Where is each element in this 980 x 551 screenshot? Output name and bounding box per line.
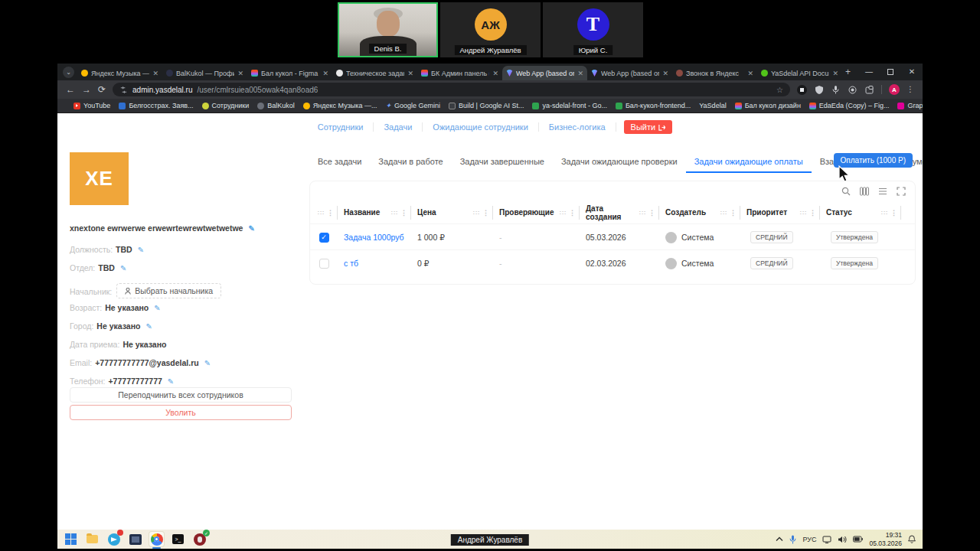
- nav-business-logic[interactable]: Бизнес-логика: [539, 122, 616, 132]
- address-bar[interactable]: admin.yasdelal.ru/user/cmlrsuiea005owak4…: [113, 83, 790, 96]
- clock[interactable]: 19:3105.03.2026: [869, 531, 902, 546]
- battery-icon[interactable]: [853, 536, 863, 543]
- bookmark[interactable]: Бал кукол дизайн: [735, 102, 801, 109]
- row-checkbox[interactable]: [319, 259, 329, 269]
- column-menu-icon[interactable]: ⋮: [648, 209, 655, 217]
- file-explorer-icon[interactable]: [85, 532, 100, 546]
- telegram-icon[interactable]: [106, 532, 121, 546]
- tab-group-icon[interactable]: [864, 85, 874, 95]
- bookmark-star-icon[interactable]: ☆: [776, 86, 783, 94]
- tray-chevron-icon[interactable]: [776, 536, 783, 542]
- table-row[interactable]: ✓ Задача 1000руб 1 000 ₽ - 05.03.2026 Си…: [310, 224, 915, 250]
- bookmark[interactable]: YaSdelal: [699, 102, 726, 109]
- tab-awaiting-review[interactable]: Задачи ожидающие проверки: [553, 157, 686, 173]
- edit-phone-icon[interactable]: ✎: [168, 377, 174, 386]
- drag-handle-icon[interactable]: :::: [318, 209, 325, 216]
- bookmark[interactable]: Яндекс Музыка —...: [303, 102, 377, 109]
- bookmark[interactable]: Бал-кукол-frontend...: [616, 102, 691, 109]
- shield-extension-icon[interactable]: [814, 85, 824, 95]
- drag-handle-icon[interactable]: :::: [720, 209, 728, 216]
- tray-mic-icon[interactable]: [789, 535, 796, 544]
- drag-handle-icon[interactable]: :::: [639, 209, 647, 216]
- column-menu-icon[interactable]: ⋮: [482, 209, 489, 217]
- browser-tab[interactable]: БК Админ панель (п✕: [417, 66, 502, 80]
- column-menu-icon[interactable]: ⋮: [890, 209, 897, 217]
- fire-button[interactable]: Уволить: [70, 405, 292, 420]
- tab-close-icon[interactable]: ✕: [322, 70, 328, 77]
- drag-handle-icon[interactable]: :::: [391, 209, 399, 216]
- browser-profile-avatar[interactable]: A: [889, 84, 900, 95]
- column-header[interactable]: Название:::⋮: [338, 206, 411, 220]
- column-header[interactable]: Статус:::⋮: [820, 206, 901, 220]
- select-manager-button[interactable]: Выбрать начальника: [116, 283, 221, 298]
- edit-name-icon[interactable]: ✎: [248, 224, 254, 233]
- edit-email-icon[interactable]: ✎: [204, 359, 211, 367]
- red-app-icon[interactable]: ✓: [192, 532, 207, 546]
- table-row[interactable]: с тб 0 ₽ - 02.03.2026 Система СРЕДНИЙ Ут…: [310, 250, 915, 276]
- bookmark[interactable]: Белгосстрах. Заяв...: [119, 102, 193, 109]
- bookmark[interactable]: EdaEda (Copy) – Fig...: [809, 102, 890, 109]
- photos-app-icon[interactable]: [128, 532, 142, 546]
- tab-in-progress[interactable]: Задачи в работе: [370, 157, 451, 173]
- drag-handle-icon[interactable]: :::: [881, 209, 889, 216]
- browser-tab[interactable]: Бал кукол - Figma✕: [247, 66, 332, 80]
- tab-all-tasks[interactable]: Все задачи: [309, 157, 370, 173]
- browser-menu-icon[interactable]: ⋮: [906, 86, 914, 93]
- tab-close-icon[interactable]: ✕: [237, 70, 243, 77]
- back-icon[interactable]: ←: [66, 85, 75, 94]
- tab-close-icon[interactable]: ✕: [832, 70, 838, 77]
- speaker-icon[interactable]: [838, 536, 847, 543]
- network-icon[interactable]: [822, 536, 831, 543]
- tab-close-icon[interactable]: ✕: [662, 70, 668, 77]
- new-tab-button[interactable]: +: [845, 67, 851, 77]
- language-indicator[interactable]: РУС: [802, 536, 816, 543]
- camera-indicator-icon[interactable]: [848, 85, 858, 95]
- logout-button[interactable]: Выйти: [624, 120, 673, 134]
- browser-tab-active[interactable]: Web App (based on✕: [502, 66, 587, 80]
- browser-tab[interactable]: BalKukol — Профиль✕: [162, 66, 247, 80]
- tab-search-icon[interactable]: ⌄: [63, 67, 74, 78]
- reload-icon[interactable]: ⟳: [98, 85, 106, 94]
- fullscreen-icon[interactable]: [897, 187, 906, 196]
- edit-city-icon[interactable]: ✎: [145, 322, 152, 331]
- browser-tab[interactable]: YaSdelal API Docume✕: [757, 66, 842, 80]
- drag-handle-icon[interactable]: :::: [560, 209, 567, 216]
- site-settings-icon[interactable]: [119, 86, 128, 94]
- task-link[interactable]: Задача 1000руб: [344, 233, 404, 242]
- column-header[interactable]: Создатель:::⋮: [659, 206, 740, 220]
- column-menu-icon[interactable]: ⋮: [730, 209, 737, 217]
- bookmark[interactable]: YouTube: [74, 102, 110, 109]
- bookmark[interactable]: Сотрудники: [202, 102, 250, 109]
- bookmark[interactable]: ya-sdelal-front - Go...: [532, 102, 607, 109]
- drag-handle-icon[interactable]: :::: [473, 209, 481, 216]
- tab-close-icon[interactable]: ✕: [577, 70, 583, 77]
- edit-age-icon[interactable]: ✎: [154, 304, 160, 312]
- maximize-button[interactable]: [880, 64, 901, 80]
- reassign-all-button[interactable]: Переподчинить всех сотрудников: [70, 387, 292, 403]
- column-header[interactable]: Проверяющие:::⋮: [493, 206, 580, 220]
- terminal-icon[interactable]: >_: [171, 532, 185, 546]
- nav-tasks[interactable]: Задачи: [374, 122, 423, 132]
- task-link[interactable]: с тб: [344, 259, 358, 268]
- tab-close-icon[interactable]: ✕: [407, 70, 413, 77]
- column-menu-icon[interactable]: ⋮: [400, 209, 407, 217]
- edit-department-icon[interactable]: ✎: [120, 264, 126, 272]
- density-icon[interactable]: [878, 187, 887, 196]
- chrome-taskbar-icon[interactable]: [149, 532, 164, 546]
- browser-tab[interactable]: Web App (based on✕: [587, 66, 672, 80]
- mic-permission-icon[interactable]: [831, 85, 841, 95]
- notifications-bell-icon[interactable]: [908, 535, 916, 543]
- tab-completed[interactable]: Задачи завершенные: [452, 157, 553, 173]
- bookmark[interactable]: ✦Google Gemini: [385, 102, 440, 109]
- browser-tab[interactable]: Яндекс Музыка — с✕: [77, 66, 162, 80]
- column-menu-icon[interactable]: ⋮: [809, 209, 816, 217]
- start-button[interactable]: [64, 532, 78, 546]
- tab-close-icon[interactable]: ✕: [492, 70, 498, 77]
- bookmark[interactable]: Build | Google AI St...: [449, 102, 524, 109]
- participant-tile[interactable]: T Юрий С.: [543, 2, 643, 57]
- column-header[interactable]: Дата создания:::⋮: [580, 206, 659, 220]
- minimize-button[interactable]: —: [858, 64, 880, 80]
- column-menu-icon[interactable]: ⋮: [327, 209, 334, 217]
- search-icon[interactable]: [841, 187, 851, 196]
- extension-icon[interactable]: [797, 85, 807, 95]
